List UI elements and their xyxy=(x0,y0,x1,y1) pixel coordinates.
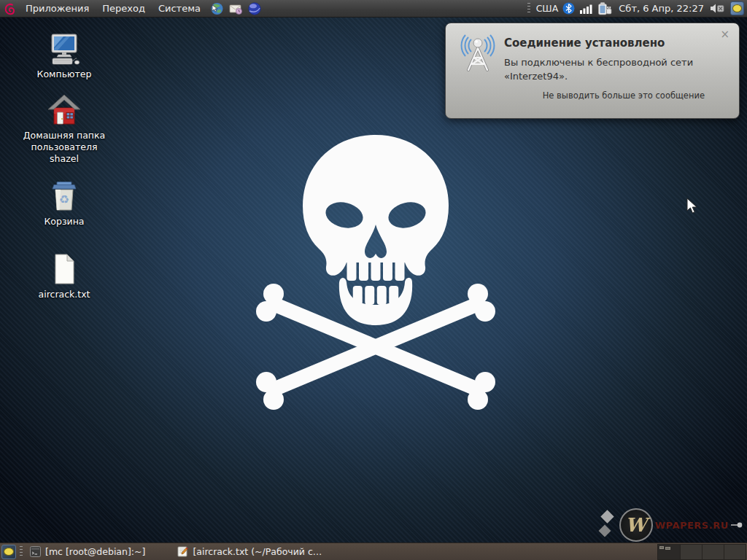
svg-text:♻: ♻ xyxy=(59,192,69,206)
text-editor-icon xyxy=(177,546,188,557)
wallpaper-watermark: W WPAPERS.RU xyxy=(598,508,743,542)
menu-system[interactable]: Система xyxy=(152,0,207,18)
network-wireless-icon xyxy=(457,32,498,74)
menu-applications[interactable]: Приложения xyxy=(19,0,96,18)
show-desktop-button[interactable] xyxy=(1,545,16,559)
keyboard-layout-indicator[interactable]: США xyxy=(536,3,559,14)
workspace-mini-window xyxy=(659,546,664,549)
notification-popup: Соединение установлено Вы подключены к б… xyxy=(445,23,740,119)
terminal-icon xyxy=(30,546,41,557)
notification-body: Вы подключены к беспроводной сети «Inter… xyxy=(504,55,693,83)
bluetooth-icon[interactable] xyxy=(562,2,575,15)
notification-title: Соединение установлено xyxy=(504,36,665,50)
panel-drag-handle[interactable] xyxy=(20,546,23,558)
workspace-cell[interactable] xyxy=(724,545,746,559)
email-launcher-icon[interactable] xyxy=(228,1,243,16)
text-file-icon xyxy=(47,252,81,286)
desktop-icon-label: Компьютер xyxy=(37,69,92,80)
top-panel: Приложения Переход Система США xyxy=(0,0,747,18)
panel-status-area: США Сбт, 6 Апр, 22:27 xyxy=(526,1,747,15)
status-dot xyxy=(732,4,742,12)
show-desktop-icon xyxy=(4,548,14,556)
desktop-icon-computer[interactable]: Компьютер xyxy=(18,32,111,80)
home-folder-icon xyxy=(47,93,81,127)
task-button-mc[interactable]: [mc [root@debian]:~] xyxy=(24,543,151,560)
desktop-icon-label: aircrack.txt xyxy=(39,289,90,300)
watermark-diamond-icon xyxy=(598,509,617,541)
skull-crossbones-wallpaper xyxy=(237,133,514,413)
menu-places[interactable]: Переход xyxy=(96,0,152,18)
workspace-mini-window xyxy=(665,547,670,550)
debian-logo-icon[interactable] xyxy=(2,1,17,16)
clock[interactable]: Сбт, 6 Апр, 22:27 xyxy=(617,3,705,14)
task-button-aircrack[interactable]: [aircrack.txt (~/Рабочий с… xyxy=(171,543,328,560)
watermark-logo: W xyxy=(619,508,653,542)
bottom-panel: [mc [root@debian]:~] [aircrack.txt (~/Ра… xyxy=(0,542,747,560)
notification-body-line1: Вы подключены к беспроводной сети xyxy=(504,55,693,69)
task-label: [aircrack.txt (~/Рабочий с… xyxy=(193,546,322,557)
signal-strength-icon[interactable] xyxy=(579,3,592,15)
desktop-icon-home-folder[interactable]: Домашняя папка пользователя shazel xyxy=(18,93,111,165)
close-icon[interactable]: × xyxy=(720,29,729,39)
task-label: [mc [root@debian]:~] xyxy=(45,546,145,557)
workspace-cell-active[interactable] xyxy=(658,545,680,559)
desktop-icon-trash[interactable]: ♻ Корзина xyxy=(18,179,111,228)
battery-power-icon[interactable] xyxy=(597,2,613,15)
desktop-icon-aircrack-file[interactable]: aircrack.txt xyxy=(18,252,111,300)
workspace-cell[interactable] xyxy=(702,545,724,559)
trash-icon: ♻ xyxy=(47,179,81,213)
browser-globe-launcher-icon[interactable] xyxy=(247,1,262,16)
workspace-switcher xyxy=(657,544,746,560)
notification-area-icon[interactable] xyxy=(730,1,744,15)
watermark-text: WPAPERS.RU xyxy=(655,520,729,531)
workspace-cell[interactable] xyxy=(680,545,702,559)
web-browser-launcher-icon[interactable] xyxy=(209,1,224,16)
watermark-tail-icon xyxy=(731,521,743,529)
desktop-icon-label: Домашняя папка пользователя shazel xyxy=(18,130,111,165)
dismiss-message-link[interactable]: Не выводить больше это сообщение xyxy=(543,90,705,101)
notification-body-line2: «Interzet94». xyxy=(504,69,693,83)
panel-drag-handle[interactable] xyxy=(527,3,530,15)
desktop-screen: W WPAPERS.RU Приложения Переход Система xyxy=(0,0,747,560)
mouse-cursor xyxy=(686,198,699,215)
volume-muted-icon[interactable] xyxy=(710,3,726,14)
desktop-icon-label: Корзина xyxy=(44,216,84,228)
computer-icon xyxy=(47,32,81,66)
